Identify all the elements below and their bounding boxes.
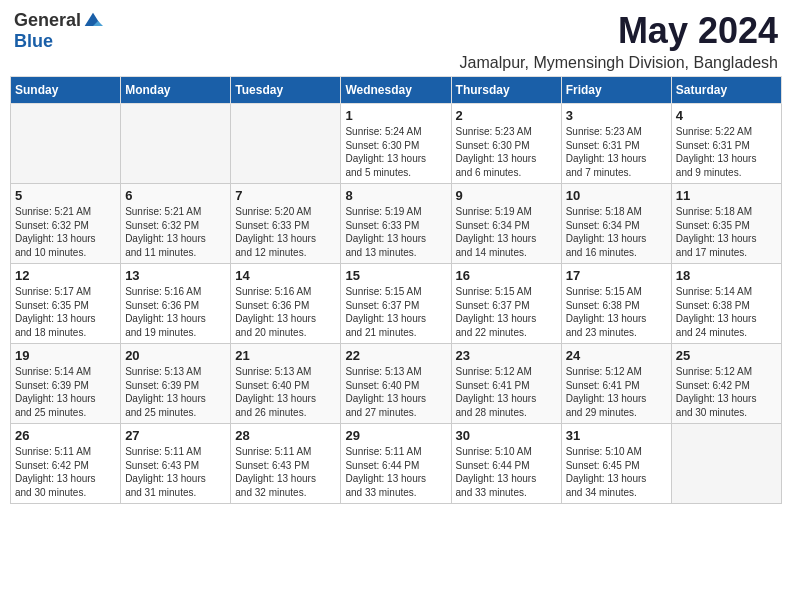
day-info-21: Sunrise: 5:13 AM Sunset: 6:40 PM Dayligh… bbox=[235, 365, 336, 419]
day-cell-26: 26Sunrise: 5:11 AM Sunset: 6:42 PM Dayli… bbox=[11, 424, 121, 504]
day-cell-17: 17Sunrise: 5:15 AM Sunset: 6:38 PM Dayli… bbox=[561, 264, 671, 344]
logo-blue: Blue bbox=[14, 31, 53, 52]
day-cell-11: 11Sunrise: 5:18 AM Sunset: 6:35 PM Dayli… bbox=[671, 184, 781, 264]
day-info-10: Sunrise: 5:18 AM Sunset: 6:34 PM Dayligh… bbox=[566, 205, 667, 259]
day-cell-5: 5Sunrise: 5:21 AM Sunset: 6:32 PM Daylig… bbox=[11, 184, 121, 264]
day-cell-12: 12Sunrise: 5:17 AM Sunset: 6:35 PM Dayli… bbox=[11, 264, 121, 344]
day-info-26: Sunrise: 5:11 AM Sunset: 6:42 PM Dayligh… bbox=[15, 445, 116, 499]
day-number-3: 3 bbox=[566, 108, 667, 123]
day-info-12: Sunrise: 5:17 AM Sunset: 6:35 PM Dayligh… bbox=[15, 285, 116, 339]
logo-icon bbox=[83, 11, 103, 31]
day-cell-18: 18Sunrise: 5:14 AM Sunset: 6:38 PM Dayli… bbox=[671, 264, 781, 344]
day-info-30: Sunrise: 5:10 AM Sunset: 6:44 PM Dayligh… bbox=[456, 445, 557, 499]
day-info-7: Sunrise: 5:20 AM Sunset: 6:33 PM Dayligh… bbox=[235, 205, 336, 259]
day-cell-15: 15Sunrise: 5:15 AM Sunset: 6:37 PM Dayli… bbox=[341, 264, 451, 344]
page-header: General Blue May 2024 Jamalpur, Mymensin… bbox=[10, 10, 782, 72]
day-info-15: Sunrise: 5:15 AM Sunset: 6:37 PM Dayligh… bbox=[345, 285, 446, 339]
day-info-14: Sunrise: 5:16 AM Sunset: 6:36 PM Dayligh… bbox=[235, 285, 336, 339]
day-number-30: 30 bbox=[456, 428, 557, 443]
day-cell-22: 22Sunrise: 5:13 AM Sunset: 6:40 PM Dayli… bbox=[341, 344, 451, 424]
day-info-25: Sunrise: 5:12 AM Sunset: 6:42 PM Dayligh… bbox=[676, 365, 777, 419]
day-number-20: 20 bbox=[125, 348, 226, 363]
day-info-27: Sunrise: 5:11 AM Sunset: 6:43 PM Dayligh… bbox=[125, 445, 226, 499]
logo-general: General bbox=[14, 10, 81, 31]
day-info-23: Sunrise: 5:12 AM Sunset: 6:41 PM Dayligh… bbox=[456, 365, 557, 419]
weekday-header-friday: Friday bbox=[561, 77, 671, 104]
week-row-3: 12Sunrise: 5:17 AM Sunset: 6:35 PM Dayli… bbox=[11, 264, 782, 344]
day-cell-24: 24Sunrise: 5:12 AM Sunset: 6:41 PM Dayli… bbox=[561, 344, 671, 424]
day-number-17: 17 bbox=[566, 268, 667, 283]
day-cell-6: 6Sunrise: 5:21 AM Sunset: 6:32 PM Daylig… bbox=[121, 184, 231, 264]
day-number-27: 27 bbox=[125, 428, 226, 443]
day-cell-27: 27Sunrise: 5:11 AM Sunset: 6:43 PM Dayli… bbox=[121, 424, 231, 504]
day-cell-16: 16Sunrise: 5:15 AM Sunset: 6:37 PM Dayli… bbox=[451, 264, 561, 344]
day-info-18: Sunrise: 5:14 AM Sunset: 6:38 PM Dayligh… bbox=[676, 285, 777, 339]
day-info-28: Sunrise: 5:11 AM Sunset: 6:43 PM Dayligh… bbox=[235, 445, 336, 499]
empty-cell bbox=[121, 104, 231, 184]
day-number-15: 15 bbox=[345, 268, 446, 283]
day-cell-13: 13Sunrise: 5:16 AM Sunset: 6:36 PM Dayli… bbox=[121, 264, 231, 344]
day-info-19: Sunrise: 5:14 AM Sunset: 6:39 PM Dayligh… bbox=[15, 365, 116, 419]
day-cell-10: 10Sunrise: 5:18 AM Sunset: 6:34 PM Dayli… bbox=[561, 184, 671, 264]
day-cell-31: 31Sunrise: 5:10 AM Sunset: 6:45 PM Dayli… bbox=[561, 424, 671, 504]
weekday-header-monday: Monday bbox=[121, 77, 231, 104]
day-number-19: 19 bbox=[15, 348, 116, 363]
week-row-4: 19Sunrise: 5:14 AM Sunset: 6:39 PM Dayli… bbox=[11, 344, 782, 424]
day-info-22: Sunrise: 5:13 AM Sunset: 6:40 PM Dayligh… bbox=[345, 365, 446, 419]
day-number-10: 10 bbox=[566, 188, 667, 203]
day-info-6: Sunrise: 5:21 AM Sunset: 6:32 PM Dayligh… bbox=[125, 205, 226, 259]
day-cell-14: 14Sunrise: 5:16 AM Sunset: 6:36 PM Dayli… bbox=[231, 264, 341, 344]
weekday-header-wednesday: Wednesday bbox=[341, 77, 451, 104]
day-cell-20: 20Sunrise: 5:13 AM Sunset: 6:39 PM Dayli… bbox=[121, 344, 231, 424]
day-cell-2: 2Sunrise: 5:23 AM Sunset: 6:30 PM Daylig… bbox=[451, 104, 561, 184]
day-cell-25: 25Sunrise: 5:12 AM Sunset: 6:42 PM Dayli… bbox=[671, 344, 781, 424]
day-number-13: 13 bbox=[125, 268, 226, 283]
empty-cell bbox=[11, 104, 121, 184]
day-number-31: 31 bbox=[566, 428, 667, 443]
day-number-26: 26 bbox=[15, 428, 116, 443]
title-section: May 2024 Jamalpur, Mymensingh Division, … bbox=[460, 10, 778, 72]
day-cell-8: 8Sunrise: 5:19 AM Sunset: 6:33 PM Daylig… bbox=[341, 184, 451, 264]
calendar-table: SundayMondayTuesdayWednesdayThursdayFrid… bbox=[10, 76, 782, 504]
main-title: May 2024 bbox=[460, 10, 778, 52]
day-number-25: 25 bbox=[676, 348, 777, 363]
day-info-5: Sunrise: 5:21 AM Sunset: 6:32 PM Dayligh… bbox=[15, 205, 116, 259]
day-number-12: 12 bbox=[15, 268, 116, 283]
day-number-14: 14 bbox=[235, 268, 336, 283]
week-row-1: 1Sunrise: 5:24 AM Sunset: 6:30 PM Daylig… bbox=[11, 104, 782, 184]
day-number-18: 18 bbox=[676, 268, 777, 283]
day-number-22: 22 bbox=[345, 348, 446, 363]
day-cell-28: 28Sunrise: 5:11 AM Sunset: 6:43 PM Dayli… bbox=[231, 424, 341, 504]
day-cell-1: 1Sunrise: 5:24 AM Sunset: 6:30 PM Daylig… bbox=[341, 104, 451, 184]
day-cell-19: 19Sunrise: 5:14 AM Sunset: 6:39 PM Dayli… bbox=[11, 344, 121, 424]
day-number-29: 29 bbox=[345, 428, 446, 443]
weekday-header-tuesday: Tuesday bbox=[231, 77, 341, 104]
day-info-2: Sunrise: 5:23 AM Sunset: 6:30 PM Dayligh… bbox=[456, 125, 557, 179]
day-info-29: Sunrise: 5:11 AM Sunset: 6:44 PM Dayligh… bbox=[345, 445, 446, 499]
day-number-2: 2 bbox=[456, 108, 557, 123]
day-number-23: 23 bbox=[456, 348, 557, 363]
day-info-13: Sunrise: 5:16 AM Sunset: 6:36 PM Dayligh… bbox=[125, 285, 226, 339]
day-info-1: Sunrise: 5:24 AM Sunset: 6:30 PM Dayligh… bbox=[345, 125, 446, 179]
day-number-7: 7 bbox=[235, 188, 336, 203]
day-info-20: Sunrise: 5:13 AM Sunset: 6:39 PM Dayligh… bbox=[125, 365, 226, 419]
subtitle: Jamalpur, Mymensingh Division, Banglades… bbox=[460, 54, 778, 72]
day-number-5: 5 bbox=[15, 188, 116, 203]
empty-cell bbox=[671, 424, 781, 504]
logo: General Blue bbox=[14, 10, 103, 52]
day-number-24: 24 bbox=[566, 348, 667, 363]
day-cell-29: 29Sunrise: 5:11 AM Sunset: 6:44 PM Dayli… bbox=[341, 424, 451, 504]
day-info-16: Sunrise: 5:15 AM Sunset: 6:37 PM Dayligh… bbox=[456, 285, 557, 339]
day-cell-4: 4Sunrise: 5:22 AM Sunset: 6:31 PM Daylig… bbox=[671, 104, 781, 184]
weekday-header-sunday: Sunday bbox=[11, 77, 121, 104]
day-number-28: 28 bbox=[235, 428, 336, 443]
day-info-11: Sunrise: 5:18 AM Sunset: 6:35 PM Dayligh… bbox=[676, 205, 777, 259]
day-cell-23: 23Sunrise: 5:12 AM Sunset: 6:41 PM Dayli… bbox=[451, 344, 561, 424]
day-cell-9: 9Sunrise: 5:19 AM Sunset: 6:34 PM Daylig… bbox=[451, 184, 561, 264]
day-cell-30: 30Sunrise: 5:10 AM Sunset: 6:44 PM Dayli… bbox=[451, 424, 561, 504]
day-cell-21: 21Sunrise: 5:13 AM Sunset: 6:40 PM Dayli… bbox=[231, 344, 341, 424]
empty-cell bbox=[231, 104, 341, 184]
day-info-31: Sunrise: 5:10 AM Sunset: 6:45 PM Dayligh… bbox=[566, 445, 667, 499]
day-cell-7: 7Sunrise: 5:20 AM Sunset: 6:33 PM Daylig… bbox=[231, 184, 341, 264]
day-info-8: Sunrise: 5:19 AM Sunset: 6:33 PM Dayligh… bbox=[345, 205, 446, 259]
